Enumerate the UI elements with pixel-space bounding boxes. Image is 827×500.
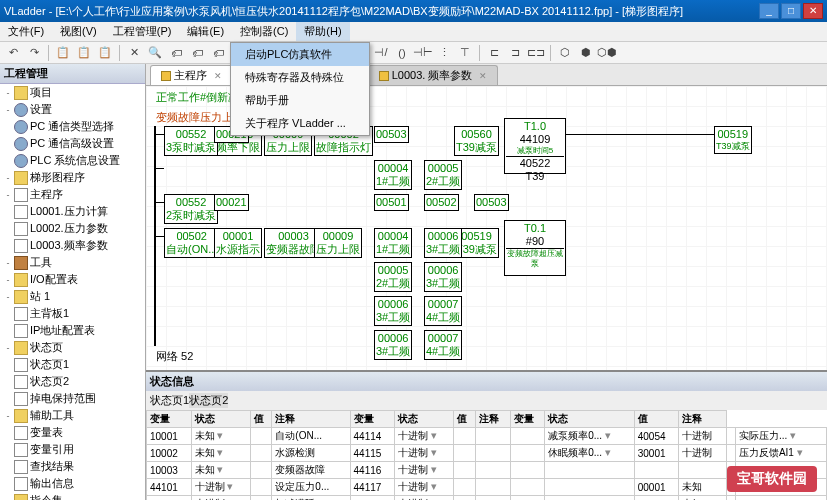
contact[interactable]: 000063#工频 xyxy=(424,228,462,258)
tree-node[interactable]: -设置 xyxy=(0,101,145,118)
toolbar-button[interactable]: ↷ xyxy=(25,44,43,62)
tree-node[interactable]: 状态页1 xyxy=(0,356,145,373)
table-row[interactable]: 10002未知 ▾水源检测44115十进制 ▾休眠频率0... ▾30001十进… xyxy=(147,445,827,462)
tree-node[interactable]: -辅助工具 xyxy=(0,407,145,424)
tree-node[interactable]: -站 1 xyxy=(0,288,145,305)
contact[interactable]: 00503 xyxy=(374,126,409,143)
toolbar-button[interactable]: ⬡ xyxy=(556,44,574,62)
toolbar-button[interactable]: ⋮ xyxy=(435,44,453,62)
toolbar-button[interactable]: ⊏ xyxy=(485,44,503,62)
tree-node[interactable]: -I/O配置表 xyxy=(0,271,145,288)
timer-block[interactable]: T1.0 44109 减泵时间5 40522T39 xyxy=(504,118,566,174)
contact[interactable]: 00502 xyxy=(424,194,459,211)
contact[interactable]: 000063#工频 xyxy=(374,330,412,360)
dropdown-item[interactable]: 启动PLC仿真软件 xyxy=(231,43,369,66)
contact[interactable]: 00001水源指示 xyxy=(214,228,262,258)
toolbar-button[interactable]: ⊏⊐ xyxy=(527,44,545,62)
contact[interactable]: 00009压力上限 xyxy=(314,228,362,258)
status-table-scroll[interactable]: 变量状态值注释变量状态值注释变量状态值注释 10001未知 ▾自动(ON...4… xyxy=(146,410,827,500)
table-row[interactable]: 44101十进制 ▾设定压力0...44117十进制 ▾00001未知1# 变频… xyxy=(147,479,827,496)
contact[interactable]: 000074#工频 xyxy=(424,330,462,360)
tab-close-icon[interactable]: ✕ xyxy=(479,71,487,81)
toolbar-button[interactable]: ✕ xyxy=(125,44,143,62)
contact[interactable]: 000041#工频 xyxy=(374,228,412,258)
contact[interactable]: 00021 xyxy=(214,194,249,211)
toolbar-button[interactable]: ⬢ xyxy=(577,44,595,62)
contact[interactable]: 00502自动(ON... xyxy=(164,228,219,258)
toolbar-button[interactable]: 🔍 xyxy=(146,44,164,62)
dropdown-item[interactable]: 关于程序 VLadder ... xyxy=(231,112,369,135)
toolbar-button[interactable]: 📋 xyxy=(54,44,72,62)
tree-node[interactable]: IP地址配置表 xyxy=(0,322,145,339)
expand-icon[interactable]: - xyxy=(2,275,14,285)
toolbar-button[interactable]: ⊣⊢ xyxy=(414,44,432,62)
tree-node[interactable]: -项目 xyxy=(0,84,145,101)
status-tab[interactable]: 状态页1 xyxy=(150,393,189,408)
expand-icon[interactable]: - xyxy=(2,173,14,183)
tree-node[interactable]: PLC 系统信息设置 xyxy=(0,152,145,169)
menu-item[interactable]: 编辑(E) xyxy=(179,22,232,41)
expand-icon[interactable]: - xyxy=(2,496,14,501)
menu-item[interactable]: 视图(V) xyxy=(52,22,105,41)
close-button[interactable]: ✕ xyxy=(803,3,823,19)
toolbar-button[interactable]: 🏷 xyxy=(188,44,206,62)
expand-icon[interactable]: - xyxy=(2,343,14,353)
toolbar-button[interactable]: ⬡⬢ xyxy=(598,44,616,62)
tree-node[interactable]: -状态页 xyxy=(0,339,145,356)
dropdown-item[interactable]: 特殊寄存器及特殊位 xyxy=(231,66,369,89)
tree-node[interactable]: 掉电保持范围 xyxy=(0,390,145,407)
minimize-button[interactable]: _ xyxy=(759,3,779,19)
toolbar-button[interactable]: ⊐ xyxy=(506,44,524,62)
expand-icon[interactable]: - xyxy=(2,105,14,115)
expand-icon[interactable]: - xyxy=(2,411,14,421)
tree-node[interactable]: L0002.压力参数 xyxy=(0,220,145,237)
toolbar-button[interactable]: 📋 xyxy=(96,44,114,62)
dropdown-item[interactable]: 帮助手册 xyxy=(231,89,369,112)
toolbar-button[interactable]: ↶ xyxy=(4,44,22,62)
expand-icon[interactable]: - xyxy=(2,88,14,98)
contact[interactable]: 000063#工频 xyxy=(424,262,462,292)
menu-item[interactable]: 工程管理(P) xyxy=(105,22,180,41)
contact[interactable]: 000074#工频 xyxy=(424,296,462,326)
toolbar-button[interactable]: 🏷 xyxy=(209,44,227,62)
menu-item[interactable]: 控制器(C) xyxy=(232,22,296,41)
toolbar-button[interactable]: 🏷 xyxy=(167,44,185,62)
tree-node[interactable]: L0001.压力计算 xyxy=(0,203,145,220)
contact[interactable]: 00560T39减泵 xyxy=(454,126,499,156)
expand-icon[interactable]: - xyxy=(2,190,14,200)
tree-node[interactable]: -工具 xyxy=(0,254,145,271)
toolbar-button[interactable]: ⊣/ xyxy=(372,44,390,62)
contact[interactable]: 000041#工频 xyxy=(374,160,412,190)
tree-node[interactable]: -主程序 xyxy=(0,186,145,203)
tree-node[interactable]: 输出信息 xyxy=(0,475,145,492)
status-tab[interactable]: 状态页2 xyxy=(189,393,228,408)
contact[interactable]: 000063#工频 xyxy=(374,296,412,326)
expand-icon[interactable]: - xyxy=(2,258,14,268)
tree-node[interactable]: 查找结果 xyxy=(0,458,145,475)
tree-node[interactable]: 主背板1 xyxy=(0,305,145,322)
contact[interactable]: 00503 xyxy=(474,194,509,211)
table-row[interactable]: 10003未知 ▾变频器故障44116十进制 ▾ xyxy=(147,462,827,479)
maximize-button[interactable]: □ xyxy=(781,3,801,19)
tree-node[interactable]: 变量引用 xyxy=(0,441,145,458)
timer-block[interactable]: T0.1 #90 变频故障超压减泵 xyxy=(504,220,566,276)
contact[interactable]: 000052#工频 xyxy=(374,262,412,292)
editor-tab[interactable]: L0003. 频率参数✕ xyxy=(368,65,499,85)
tree-node[interactable]: PC 通信高级设置 xyxy=(0,135,145,152)
contact[interactable]: 00501 xyxy=(374,194,409,211)
tree-node[interactable]: L0003.频率参数 xyxy=(0,237,145,254)
coil[interactable]: 00519T39减泵 xyxy=(714,126,752,154)
expand-icon[interactable]: - xyxy=(2,292,14,302)
tab-close-icon[interactable]: ✕ xyxy=(214,71,222,81)
contact[interactable]: 000052#工频 xyxy=(424,160,462,190)
toolbar-button[interactable]: ⊤ xyxy=(456,44,474,62)
tree-node[interactable]: -指令集 xyxy=(0,492,145,500)
menu-item[interactable]: 文件(F) xyxy=(0,22,52,41)
tree-node[interactable]: 变量表 xyxy=(0,424,145,441)
table-row[interactable]: 10001未知 ▾自动(ON...44114十进制 ▾减泵频率0... ▾400… xyxy=(147,428,827,445)
toolbar-button[interactable]: 📋 xyxy=(75,44,93,62)
tree-node[interactable]: PC 通信类型选择 xyxy=(0,118,145,135)
tree-node[interactable]: 状态页2 xyxy=(0,373,145,390)
editor-tab[interactable]: 主程序✕ xyxy=(150,65,233,85)
toolbar-button[interactable]: () xyxy=(393,44,411,62)
